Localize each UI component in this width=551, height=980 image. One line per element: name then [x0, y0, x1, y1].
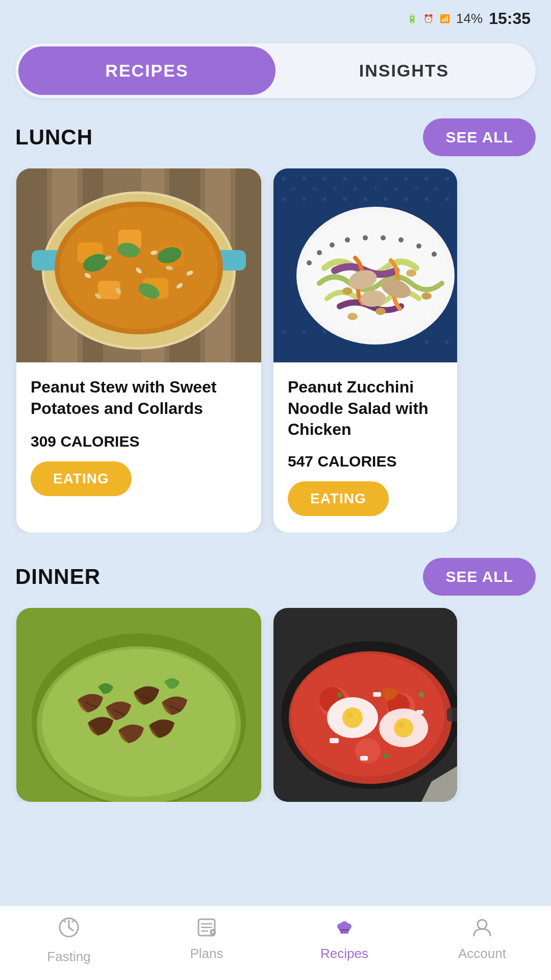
account-icon	[471, 916, 493, 941]
dinner-see-all-button[interactable]: SEE ALL	[423, 558, 536, 596]
svg-point-106	[398, 722, 404, 728]
svg-point-44	[302, 197, 306, 201]
svg-point-103	[347, 712, 353, 718]
svg-point-42	[445, 177, 449, 181]
battery-level: 14%	[456, 11, 483, 27]
wifi-icon: 📶	[440, 14, 450, 23]
svg-point-128	[337, 923, 343, 929]
lunch-section-header: LUNCH SEE ALL	[0, 118, 551, 168]
svg-point-41	[424, 177, 429, 181]
lunch-card-2[interactable]: Peanut Zucchini Noodle Salad with Chicke…	[273, 168, 457, 532]
dinner-card-2[interactable]	[273, 608, 457, 802]
lunch-card-2-image	[273, 168, 457, 362]
alarm-icon: ⏰	[423, 14, 434, 23]
svg-point-35	[302, 177, 306, 181]
lunch-card-1-image	[16, 168, 261, 362]
lunch-cards-row: Peanut Stew with Sweet Potatoes and Coll…	[0, 168, 551, 532]
svg-rect-107	[330, 738, 339, 743]
svg-point-51	[445, 197, 449, 201]
nav-item-fasting[interactable]: Fasting	[0, 916, 138, 965]
svg-point-67	[307, 260, 312, 265]
svg-point-113	[383, 753, 388, 758]
svg-point-55	[353, 187, 357, 191]
nav-item-recipes[interactable]: Recipes	[276, 916, 413, 965]
svg-point-50	[424, 197, 429, 201]
lunch-card-2-info: Peanut Zucchini Noodle Salad with Chicke…	[273, 362, 457, 532]
bottom-nav: Fasting Plans	[0, 905, 551, 980]
svg-point-87	[42, 649, 236, 797]
svg-line-119	[72, 920, 74, 922]
svg-point-83	[421, 292, 432, 300]
svg-point-102	[342, 707, 363, 728]
dinner-title: DINNER	[15, 565, 101, 589]
svg-point-75	[432, 252, 437, 257]
svg-point-81	[375, 308, 386, 315]
svg-point-52	[292, 187, 296, 191]
recipes-icon	[333, 916, 356, 941]
svg-point-82	[347, 313, 358, 320]
plans-icon	[195, 916, 218, 941]
svg-point-112	[419, 692, 424, 697]
svg-point-48	[384, 197, 388, 201]
svg-point-53	[312, 187, 316, 191]
svg-point-58	[414, 187, 418, 191]
svg-point-38	[363, 177, 367, 181]
dinner-card-1[interactable]	[16, 608, 261, 802]
svg-point-47	[363, 197, 367, 201]
svg-point-129	[345, 923, 352, 929]
dinner-section: DINNER SEE ALL	[0, 558, 551, 802]
svg-point-68	[317, 250, 322, 255]
lunch-card-1[interactable]: Peanut Stew with Sweet Potatoes and Coll…	[16, 168, 261, 532]
svg-rect-114	[447, 707, 457, 722]
dinner-cards-row	[0, 608, 551, 802]
svg-point-72	[381, 235, 386, 240]
svg-point-37	[343, 177, 347, 181]
svg-point-54	[333, 187, 337, 191]
svg-point-59	[435, 187, 439, 191]
lunch-card-2-eating-button[interactable]: EATING	[288, 481, 389, 516]
svg-point-64	[445, 340, 449, 344]
lunch-card-2-calories: 547 CALORIES	[288, 453, 443, 470]
svg-point-79	[342, 287, 353, 295]
lunch-card-1-eating-button[interactable]: EATING	[31, 461, 132, 496]
nav-item-account[interactable]: Account	[413, 916, 551, 965]
nav-item-plans[interactable]: Plans	[138, 916, 276, 965]
svg-point-49	[404, 197, 408, 201]
svg-point-57	[394, 187, 398, 191]
fasting-label: Fasting	[47, 949, 90, 965]
svg-point-45	[322, 197, 327, 201]
svg-rect-109	[416, 710, 423, 714]
svg-point-43	[282, 197, 286, 201]
status-time: 15:35	[489, 9, 531, 28]
svg-point-70	[345, 237, 350, 242]
dinner-card-2-image	[273, 608, 457, 802]
lunch-see-all-button[interactable]: SEE ALL	[423, 118, 536, 156]
svg-point-39	[384, 177, 388, 181]
svg-point-14	[60, 207, 218, 329]
svg-point-71	[363, 235, 368, 240]
svg-point-34	[282, 177, 286, 181]
svg-line-118	[64, 920, 66, 922]
lunch-card-1-name: Peanut Stew with Sweet Potatoes and Coll…	[31, 377, 247, 421]
svg-point-63	[424, 340, 429, 344]
dinner-card-1-image	[16, 608, 261, 802]
svg-point-40	[404, 177, 408, 181]
svg-point-74	[416, 243, 421, 249]
svg-point-111	[337, 692, 342, 697]
svg-point-46	[343, 197, 347, 201]
battery-saver-icon: 🔋	[407, 14, 417, 23]
recipes-toggle-button[interactable]: RECIPES	[18, 46, 276, 95]
recipes-nav-label: Recipes	[320, 946, 368, 962]
dinner-section-header: DINNER SEE ALL	[0, 558, 551, 608]
lunch-card-2-name: Peanut Zucchini Noodle Salad with Chicke…	[288, 377, 443, 440]
svg-rect-130	[339, 929, 349, 931]
insights-toggle-button[interactable]: INSIGHTS	[276, 46, 533, 95]
lunch-card-1-info: Peanut Stew with Sweet Potatoes and Coll…	[16, 362, 261, 512]
svg-point-56	[373, 187, 378, 191]
view-toggle: RECIPES INSIGHTS	[15, 43, 536, 98]
svg-rect-110	[360, 756, 368, 761]
svg-point-134	[478, 920, 487, 929]
svg-point-62	[322, 330, 327, 334]
svg-rect-108	[373, 692, 381, 697]
svg-point-36	[322, 177, 327, 181]
